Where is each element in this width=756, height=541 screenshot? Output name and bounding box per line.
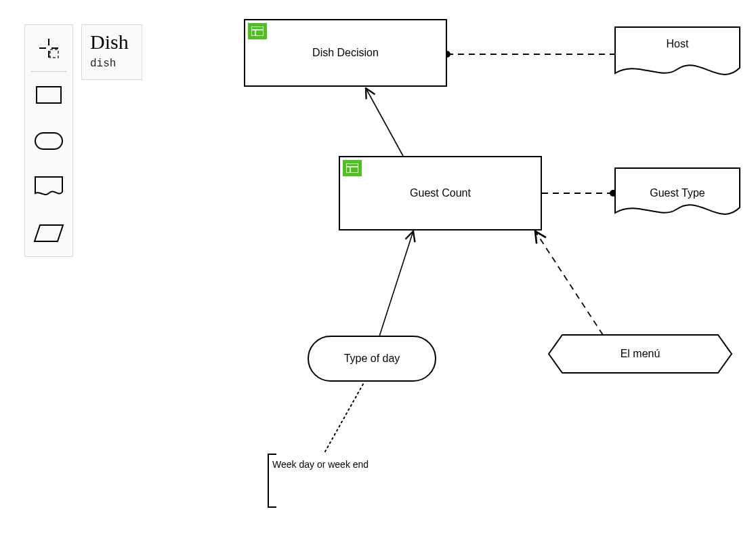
decision-table-icon bbox=[343, 160, 362, 176]
decision-table-icon bbox=[248, 23, 267, 39]
node-guest-count-label: Guest Count bbox=[410, 187, 471, 199]
tool-parallelogram[interactable] bbox=[25, 210, 72, 256]
connector-annotation-typeofday[interactable] bbox=[325, 382, 364, 452]
svg-rect-4 bbox=[50, 49, 58, 58]
svg-rect-5 bbox=[37, 87, 61, 103]
shape-palette bbox=[24, 24, 73, 257]
tool-lasso[interactable] bbox=[25, 25, 72, 71]
tool-rectangle[interactable] bbox=[25, 72, 72, 118]
dish-card[interactable]: Dish dish bbox=[81, 24, 142, 80]
svg-rect-8 bbox=[251, 26, 264, 36]
tool-document[interactable] bbox=[25, 164, 72, 210]
node-dish-decision[interactable]: Dish Decision bbox=[244, 19, 447, 87]
svg-marker-7 bbox=[35, 225, 63, 241]
annotation-text[interactable]: Week day or week end bbox=[272, 458, 369, 471]
node-elmenu-shape[interactable] bbox=[549, 335, 732, 373]
dish-card-title: Dish bbox=[90, 32, 133, 52]
node-host-shape[interactable] bbox=[615, 27, 740, 75]
connector-typeofday-guestcount[interactable] bbox=[379, 231, 413, 336]
node-guesttype-shape[interactable] bbox=[615, 168, 740, 214]
node-type-of-day[interactable]: Type of day bbox=[308, 336, 436, 382]
dish-card-subtitle: dish bbox=[90, 58, 133, 70]
svg-rect-11 bbox=[346, 163, 358, 173]
connector-guestcount-dishdecision[interactable] bbox=[366, 88, 403, 156]
connector-elmenu-guestcount[interactable] bbox=[535, 231, 603, 335]
svg-rect-6 bbox=[35, 133, 62, 149]
node-guest-count[interactable]: Guest Count bbox=[339, 156, 542, 231]
node-dish-decision-label: Dish Decision bbox=[312, 47, 379, 59]
node-type-of-day-label: Type of day bbox=[344, 353, 400, 365]
tool-rounded[interactable] bbox=[25, 118, 72, 164]
